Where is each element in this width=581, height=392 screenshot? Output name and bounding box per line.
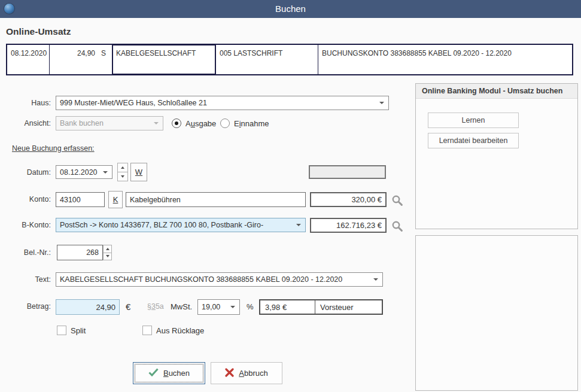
split-label: Split bbox=[71, 326, 86, 335]
haus-combobox[interactable]: 999 Muster-Miet/WEG Haus, Schloßallee 21 bbox=[56, 96, 389, 110]
vorsteuer-label: Vorsteuer bbox=[315, 300, 382, 314]
txn-amount-cell[interactable]: 24,90 S bbox=[50, 45, 112, 74]
text-label: Text: bbox=[0, 272, 51, 287]
txn-amount-value: 24,90 bbox=[77, 49, 95, 57]
check-icon bbox=[148, 368, 159, 378]
abbruch-label: Abbruch bbox=[239, 369, 267, 378]
chevron-down-icon bbox=[373, 278, 378, 281]
haus-value: 999 Muster-Miet/WEG Haus, Schloßallee 21 bbox=[60, 99, 207, 107]
online-banking-panel-title: Online Banking Modul - Umsatz buchen bbox=[416, 84, 577, 99]
radio-einnahme[interactable] bbox=[220, 118, 230, 128]
page-title: Online-Umsatz bbox=[6, 26, 71, 37]
buchen-label: Buchen bbox=[163, 369, 190, 378]
mwst-label: MwSt. bbox=[171, 302, 192, 311]
spin-down-icon[interactable] bbox=[103, 253, 112, 261]
betrag-input[interactable]: 24,90 bbox=[56, 299, 120, 315]
section-heading: Neue Buchung erfassen: bbox=[12, 144, 95, 153]
ansicht-combobox: Bank buchen bbox=[56, 116, 163, 130]
readonly-info-box bbox=[309, 165, 386, 179]
search-icon[interactable] bbox=[391, 220, 403, 232]
txn-date-cell[interactable]: 08.12.2020 bbox=[7, 45, 50, 74]
chevron-down-icon bbox=[154, 122, 159, 124]
datum-combobox[interactable]: 08.12.2020 bbox=[56, 165, 112, 179]
radio-ausgabe[interactable] bbox=[172, 118, 181, 128]
split-checkbox[interactable] bbox=[57, 326, 66, 335]
bkonto-balance-field: 162.716,23 € bbox=[310, 218, 387, 233]
spin-up-icon[interactable] bbox=[117, 163, 128, 172]
week-button[interactable]: W bbox=[130, 163, 147, 181]
radio-einnahme-label: Einnahme bbox=[234, 119, 269, 128]
online-banking-panel: Online Banking Modul - Umsatz buchen Ler… bbox=[415, 83, 578, 229]
radio-dot bbox=[175, 121, 178, 125]
text-value: KABELGESELLSCHAFT BUCHUNGSKONTO 38368885… bbox=[60, 275, 342, 284]
par35a-label: §35a bbox=[147, 302, 164, 311]
radio-ausgabe-label: Ausgabe bbox=[185, 119, 216, 128]
percent-label: % bbox=[247, 302, 254, 311]
buchen-button[interactable]: Buchen bbox=[133, 362, 205, 384]
titlebar: Buchen bbox=[0, 0, 581, 18]
chevron-down-icon bbox=[230, 306, 235, 308]
currency-label: € bbox=[126, 302, 130, 312]
belnr-spinner bbox=[103, 245, 112, 260]
text-combobox[interactable]: KABELGESELLSCHAFT BUCHUNGSKONTO 38368885… bbox=[56, 272, 383, 287]
spin-down-icon[interactable] bbox=[117, 172, 128, 181]
datum-spinner bbox=[117, 163, 128, 181]
konto-number-input[interactable]: 43100 bbox=[56, 192, 105, 207]
konto-name-input[interactable]: Kabelgebühren bbox=[126, 192, 306, 207]
datum-label: Datum: bbox=[0, 165, 51, 180]
txn-method-cell[interactable]: 005 LASTSCHRIFT bbox=[216, 45, 318, 74]
search-icon[interactable] bbox=[391, 195, 403, 206]
datum-value: 08.12.2020 bbox=[60, 168, 98, 177]
mwst-value: 19,00 bbox=[202, 303, 220, 311]
konto-k-button[interactable]: K bbox=[108, 191, 123, 208]
vorsteuer-box: 3,98 € Vorsteuer bbox=[259, 299, 383, 315]
week-button-label: W bbox=[135, 168, 142, 177]
ruecklage-label: Aus Rücklage bbox=[156, 326, 204, 335]
betrag-label: Betrag: bbox=[0, 299, 51, 314]
cross-icon bbox=[225, 368, 234, 379]
belnr-label: Bel.-Nr.: bbox=[0, 245, 51, 260]
bkonto-value: PostSch -> Konto 1433677, BLZ 700 100 80… bbox=[60, 221, 263, 229]
ansicht-label: Ansicht: bbox=[0, 116, 51, 130]
spin-up-icon[interactable] bbox=[103, 245, 112, 253]
vorsteuer-amount: 3,98 € bbox=[260, 300, 315, 314]
chevron-down-icon bbox=[103, 171, 108, 174]
window-title: Buchen bbox=[0, 0, 581, 18]
lerndatei-bearbeiten-button[interactable]: Lerndatei bearbeiten bbox=[428, 133, 519, 148]
chevron-down-icon bbox=[379, 102, 384, 104]
txn-debit-indicator: S bbox=[101, 49, 106, 57]
bkonto-label: B-Konto: bbox=[0, 218, 51, 232]
empty-side-panel bbox=[415, 235, 578, 391]
txn-purpose-cell[interactable]: BUCHUNGSKONTO 383688855 KABEL 09.2020 - … bbox=[318, 45, 572, 74]
konto-k-label: K bbox=[113, 195, 118, 204]
lernen-button[interactable]: Lernen bbox=[428, 113, 519, 128]
konto-balance-field: 320,00 € bbox=[310, 192, 387, 207]
konto-label: Konto: bbox=[0, 192, 51, 206]
ruecklage-checkbox[interactable] bbox=[142, 326, 152, 335]
ansicht-value: Bank buchen bbox=[60, 119, 104, 127]
bkonto-combobox[interactable]: PostSch -> Konto 1433677, BLZ 700 100 80… bbox=[56, 218, 306, 232]
online-transaction-table: 08.12.2020 24,90 S KABELGESELLSCHAFT 005… bbox=[6, 44, 573, 75]
mwst-combobox[interactable]: 19,00 bbox=[197, 299, 240, 315]
chevron-down-icon bbox=[296, 224, 301, 226]
abbruch-button[interactable]: Abbruch bbox=[211, 362, 282, 384]
belnr-input[interactable]: 268 bbox=[57, 245, 103, 260]
txn-payee-cell[interactable]: KABELGESELLSCHAFT bbox=[112, 45, 216, 74]
haus-label: Haus: bbox=[0, 96, 51, 110]
